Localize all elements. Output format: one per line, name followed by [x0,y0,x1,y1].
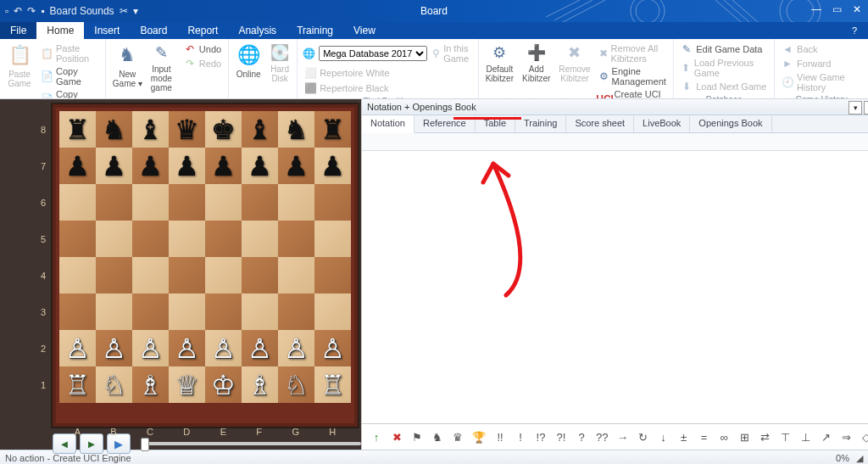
square[interactable]: ♕ [169,366,205,403]
panel-close-button[interactable]: ✕ [864,101,868,115]
close-button[interactable]: ✕ [849,2,865,17]
square[interactable]: ♗ [132,366,169,403]
square[interactable] [169,293,205,330]
move-slider[interactable] [141,442,361,445]
square[interactable]: ♟ [278,148,314,184]
square[interactable] [132,221,169,257]
square[interactable]: ♗ [242,366,278,403]
square[interactable] [169,221,205,257]
tab-report[interactable]: Report [177,22,228,39]
tab-training[interactable]: Training [287,22,343,39]
square[interactable]: ♛ [169,111,205,148]
square[interactable] [132,293,169,330]
panel-menu-button[interactable]: ▾ [849,101,862,115]
menu-file[interactable]: File [0,22,36,39]
view-game-history-button[interactable]: 🕘View Game History [780,71,863,93]
square[interactable] [96,221,132,257]
square[interactable]: ♟ [314,148,351,184]
square[interactable]: ♙ [96,330,132,366]
slider-thumb[interactable] [141,438,149,451]
load-next-game-button[interactable]: ⬇Load Next Game [679,80,769,93]
qat-new-icon[interactable]: ▫ [5,5,8,17]
anno-symbol[interactable]: ?? [596,431,608,444]
anno-symbol[interactable]: ↗ [820,431,832,444]
chessboard[interactable]: 87654321 ABCDEFGH ♜♞♝♛♚♝♞♜♟♟♟♟♟♟♟♟♙♙♙♙♙♙… [53,104,358,427]
square[interactable]: ♖ [314,366,351,403]
square[interactable] [278,221,314,257]
create-uci-engine-button[interactable]: UCICreate UCI Engine [598,88,670,99]
anno-symbol[interactable]: ⊥ [799,431,811,444]
anno-symbol[interactable]: ? [576,431,587,444]
copy-position-button[interactable]: 📄Copy Position [39,88,100,99]
square[interactable] [59,293,96,330]
qat-redo-icon[interactable]: ↷ [27,5,36,17]
tab-insert[interactable]: Insert [84,22,130,39]
online-button[interactable]: 🌐Online [234,42,263,79]
square[interactable]: ♝ [242,111,278,148]
chess-grid[interactable]: ♜♞♝♛♚♝♞♜♟♟♟♟♟♟♟♟♙♙♙♙♙♙♙♙♖♘♗♕♔♗♘♖ [59,111,351,403]
history-back-button[interactable]: ◄Back [780,42,863,56]
qat-dropdown-icon[interactable]: ▾ [133,5,138,17]
qat-undo-icon[interactable]: ↶ [14,5,22,17]
square[interactable]: ♙ [242,330,278,366]
load-previous-game-button[interactable]: ⬆Load Previous Game [679,57,769,79]
square[interactable]: ♜ [314,111,351,148]
anno-symbol[interactable]: !? [535,431,547,444]
anno-symbol[interactable]: ⇄ [759,431,771,444]
in-this-game-button[interactable]: ⚲In this Game [431,42,476,64]
square[interactable]: ♟ [132,148,169,184]
square[interactable] [205,221,242,257]
square[interactable]: ♙ [59,330,96,366]
anno-symbol[interactable]: ♛ [452,431,464,444]
tab-notation[interactable]: Notation [362,115,415,133]
tab-home[interactable]: Home [36,22,84,39]
anno-symbol[interactable]: !! [494,431,506,444]
square[interactable] [169,257,205,293]
maximize-button[interactable]: ▭ [829,2,844,17]
square[interactable]: ♟ [59,148,96,184]
tab-scoresheet[interactable]: Score sheet [566,115,634,132]
anno-symbol[interactable]: ! [515,431,526,444]
anno-symbol[interactable]: ?! [555,431,567,444]
square[interactable] [59,257,96,293]
square[interactable] [314,184,351,221]
new-game-button[interactable]: ♞New Game ▾ [111,42,144,88]
square[interactable]: ♟ [205,148,242,184]
square[interactable]: ♟ [169,148,205,184]
square[interactable] [169,184,205,221]
square[interactable]: ♙ [314,330,351,366]
square[interactable] [314,293,351,330]
add-kibitzer-button[interactable]: ➕Add Kibitzer [520,42,552,83]
anno-symbol[interactable]: ♞ [431,431,443,444]
anno-symbol[interactable]: ◇ [860,431,868,444]
square[interactable] [96,293,132,330]
square[interactable] [132,184,169,221]
square[interactable]: ♞ [278,111,314,148]
repertoire-white-button[interactable]: ⬜Repertoire White [303,66,476,80]
input-mode-button[interactable]: ✎Input mode game [149,42,174,92]
notation-area[interactable] [362,133,868,424]
paste-game-button[interactable]: 📋Paste Game [5,42,34,88]
remove-kibitzer-button[interactable]: ✖Remove Kibitzer [557,42,592,83]
anno-symbol[interactable]: 🏆 [472,431,486,444]
square[interactable]: ♙ [278,330,314,366]
square[interactable] [242,293,278,330]
square[interactable]: ♙ [132,330,169,366]
square[interactable] [278,257,314,293]
square[interactable] [205,293,242,330]
square[interactable] [314,257,351,293]
history-forward-button[interactable]: ►Forward [780,57,863,70]
anno-symbol[interactable]: ⚑ [411,431,423,444]
repertoire-black-button[interactable]: ⬛Repertoire Black [303,81,476,95]
square[interactable]: ♙ [169,330,205,366]
paste-position-button[interactable]: 📋Paste Position [39,42,100,64]
square[interactable] [205,184,242,221]
square[interactable] [278,184,314,221]
copy-game-button[interactable]: 📄Copy Game [39,65,100,87]
qat-tool-icon[interactable]: ✂ [120,5,128,17]
square[interactable]: ♟ [242,148,278,184]
edit-game-data-button[interactable]: ✎Edit Game Data [679,42,769,56]
anno-symbol[interactable]: ✖ [391,431,403,444]
help-icon[interactable]: ? [848,24,861,37]
tab-training[interactable]: Training [515,115,566,132]
